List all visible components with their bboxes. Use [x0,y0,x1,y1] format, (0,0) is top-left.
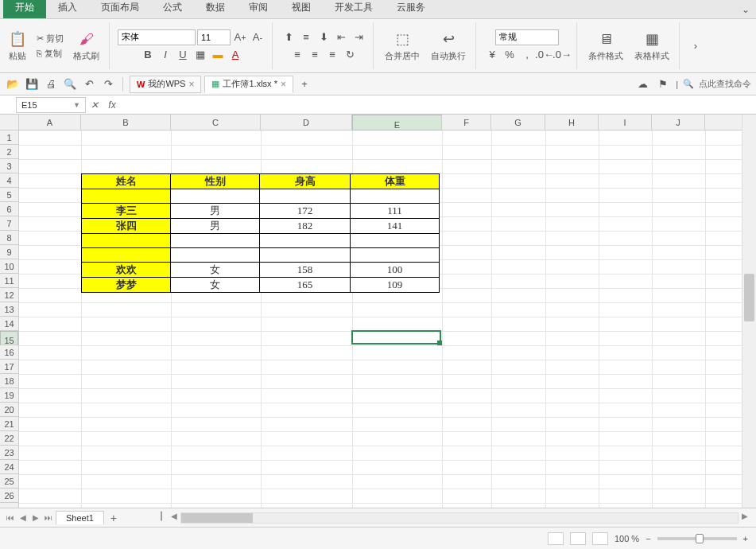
zoom-level[interactable]: 100 % [614,534,639,543]
scrollbar-thumb[interactable] [744,274,754,321]
redo-button[interactable]: ↷ [100,76,116,92]
search-commands-input[interactable]: 点此查找命令 [699,78,751,90]
row-header[interactable]: 6 [0,202,18,216]
conditional-format-button[interactable]: 🖥 条件格式 [585,28,626,64]
row-header[interactable]: 12 [0,288,18,302]
row-header[interactable]: 8 [0,231,18,245]
bold-button[interactable]: B [140,47,156,63]
spreadsheet-grid[interactable]: ABCDEFGHIJ 12345678910111213141516171819… [0,115,756,508]
undo-button[interactable]: ↶ [81,76,97,92]
align-top-button[interactable]: ⬆ [281,29,297,45]
row-header[interactable]: 23 [0,446,18,460]
ribbon-tab-1[interactable]: 插入 [46,0,89,18]
sheet-nav-last[interactable]: ⏭ [43,513,54,522]
row-header[interactable]: 20 [0,403,18,417]
align-middle-button[interactable]: ≡ [298,29,314,45]
decrease-font-button[interactable]: A- [250,29,266,45]
sheet-tab[interactable]: Sheet1 [56,511,104,524]
row-header[interactable]: 25 [0,474,18,489]
add-tab-button[interactable]: + [297,76,312,92]
ribbon-more-icon[interactable]: › [688,38,704,54]
scroll-split-icon[interactable]: ┃ [155,512,168,524]
table-cell[interactable]: 172 [260,204,351,219]
table-cell[interactable] [260,248,351,263]
table-cell[interactable] [351,248,440,263]
decrease-indent-button[interactable]: ⇤ [333,29,349,45]
comma-button[interactable]: , [519,47,535,63]
row-header[interactable]: 14 [0,317,18,331]
row-header[interactable]: 22 [0,431,18,446]
font-size-select[interactable] [197,29,231,45]
doc-tab-wps[interactable]: W 我的WPS × [130,76,201,93]
table-cell[interactable] [82,234,171,248]
sheet-nav-prev[interactable]: ◀ [17,513,29,522]
table-cell[interactable] [171,248,260,263]
column-header[interactable]: B [81,115,171,130]
horizontal-scrollbar[interactable]: ┃ ◀ ▶ [155,512,751,524]
table-cell[interactable]: 158 [260,263,351,278]
cells-area[interactable]: 姓名性别身高体重李三男172111张四男182141欢欢女158100梦梦女16… [19,130,742,508]
ribbon-tab-2[interactable]: 页面布局 [89,0,151,18]
row-header[interactable]: 26 [0,489,18,503]
ribbon-tab-7[interactable]: 开发工具 [323,0,385,18]
table-cell[interactable]: 梦梦 [82,278,171,293]
align-center-button[interactable]: ≡ [307,47,323,63]
copy-button[interactable]: ⎘复制 [35,47,65,60]
row-header[interactable]: 15 [0,331,18,345]
table-cell[interactable]: 111 [351,204,440,219]
print-preview-button[interactable]: 🔍 [62,76,78,92]
table-cell[interactable]: 165 [260,278,351,293]
fill-color-button[interactable]: ▬ [210,47,226,63]
font-color-button[interactable]: A [227,47,243,63]
row-header[interactable]: 3 [0,159,18,173]
zoom-in-button[interactable]: + [743,534,748,543]
column-header[interactable]: H [545,115,599,130]
add-sheet-button[interactable]: + [106,512,122,524]
row-header[interactable]: 2 [0,145,18,159]
table-cell[interactable] [351,189,440,204]
row-header[interactable]: 17 [0,360,18,374]
table-cell[interactable]: 女 [171,263,260,278]
doc-tab-workbook[interactable]: ▦ 工作簿1.xlsx * × [204,76,293,93]
table-cell[interactable]: 109 [351,278,440,293]
table-header-cell[interactable]: 身高 [260,174,351,189]
cloud-icon[interactable]: ☁ [634,76,650,92]
table-cell[interactable]: 李三 [82,204,171,219]
row-header[interactable]: 7 [0,216,18,231]
row-header[interactable]: 4 [0,173,18,188]
number-format-select[interactable] [495,29,559,45]
table-cell[interactable]: 141 [351,219,440,234]
column-header[interactable]: E [352,115,442,130]
ribbon-tab-4[interactable]: 数据 [194,0,237,18]
save-button[interactable]: 💾 [24,76,40,92]
italic-button[interactable]: I [157,47,173,63]
row-header[interactable]: 21 [0,417,18,431]
name-box[interactable]: E15▼ [16,97,86,113]
borders-button[interactable]: ▦ [192,47,208,63]
ribbon-collapse-icon[interactable]: ⌄ [735,1,756,18]
column-header[interactable]: I [599,115,652,130]
table-cell[interactable]: 182 [260,219,351,234]
print-button[interactable]: 🖨 [43,76,59,92]
table-header-cell[interactable]: 姓名 [82,174,171,189]
table-cell[interactable] [82,189,171,204]
increase-decimal-button[interactable]: .0← [537,47,552,63]
scrollbar-thumb[interactable] [181,513,253,523]
row-header[interactable]: 16 [0,345,18,360]
orientation-button[interactable]: ↻ [342,47,358,63]
column-header[interactable]: J [652,115,705,130]
close-icon[interactable]: × [281,79,286,90]
table-cell[interactable] [82,248,171,263]
row-header[interactable]: 13 [0,302,18,317]
table-cell[interactable]: 100 [351,263,440,278]
table-style-button[interactable]: ▦ 表格样式 [631,28,673,64]
select-all-corner[interactable] [0,115,19,130]
merge-center-button[interactable]: ⬚ 合并居中 [382,28,423,64]
ribbon-tab-6[interactable]: 视图 [280,0,323,18]
align-left-button[interactable]: ≡ [289,47,305,63]
decrease-decimal-button[interactable]: .0→ [554,47,570,63]
row-header[interactable]: 10 [0,259,18,274]
row-header[interactable]: 19 [0,388,18,403]
ribbon-tab-0[interactable]: 开始 [3,0,46,18]
table-cell[interactable]: 张四 [82,219,171,234]
